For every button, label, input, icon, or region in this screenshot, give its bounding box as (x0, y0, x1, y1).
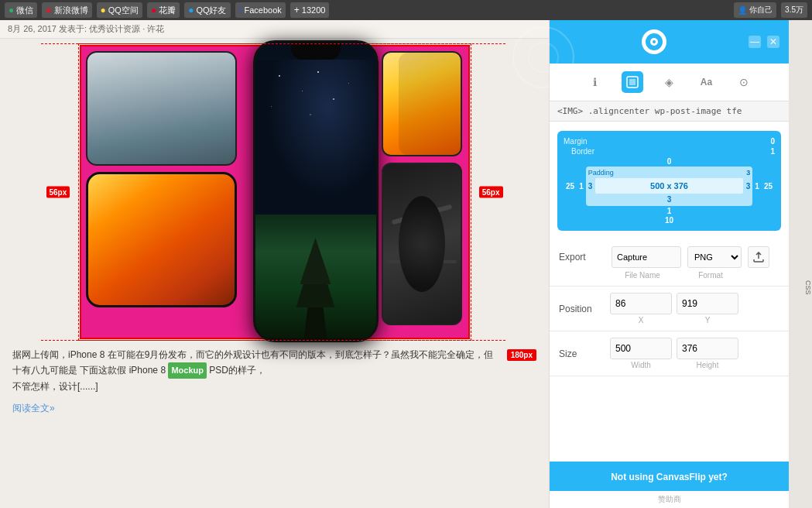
toolbar-qq-friends-label: QQ好友 (196, 5, 226, 16)
panel-cta[interactable]: Not using CanvasFlip yet? (550, 462, 789, 491)
right-edge-css: CSS (804, 280, 812, 295)
panel-logo (642, 29, 666, 54)
phone-bottom-right (382, 163, 462, 325)
y-label: Y (705, 316, 711, 324)
format-sub-label: Format (680, 271, 742, 280)
toolbar-wechat[interactable]: ● 微信 (5, 2, 37, 18)
toolbar-user[interactable]: 👤 你自己 (734, 2, 776, 18)
panel-tabs: ℹ ◈ Aa ⊙ (550, 64, 789, 101)
user-icon: 👤 (738, 6, 747, 15)
tab-text[interactable]: Aa (696, 71, 718, 93)
export-sub-labels: File Name Format (612, 271, 779, 280)
dim-label-right: 56px (479, 187, 503, 198)
phone-screen-stars (255, 60, 376, 215)
article-area: 56px 56px 据网上传闻，iPhone 8 在可能在9月份发布，而它的外观… (0, 39, 549, 431)
size-height-field: Height (677, 338, 738, 369)
selected-image[interactable]: 56px 56px (80, 45, 470, 339)
export-upload-button[interactable] (748, 246, 769, 268)
filename-sub-label: File Name (612, 271, 673, 280)
toolbar-huaban[interactable]: ● 花瓣 (147, 2, 180, 18)
plus-icon: + (294, 5, 300, 15)
toolbar-qq-space-label: QQ空间 (108, 5, 139, 16)
right-edge-sidebar: CSS W 页面 应用 摄 (789, 20, 812, 508)
panel-controls: — ✕ (749, 36, 779, 48)
article-text-line4: 不管怎样，设计[......] (12, 381, 98, 392)
phone-grid (81, 46, 468, 338)
size-width-field: Width (610, 338, 672, 369)
position-label: Position (559, 304, 605, 314)
qq-space-icon: ● (101, 5, 106, 15)
article-text-col2: 下面这款假 iPhone 8 (80, 365, 166, 376)
mockup-badge: Mockup (168, 362, 207, 379)
position-y-input[interactable] (677, 293, 738, 314)
px-badge: 180px (507, 349, 536, 361)
element-info: <IMG> .aligncenter wp-post-image tfe (550, 101, 789, 122)
phone-bottom-left (86, 172, 237, 307)
size-row: Size Width Height (559, 338, 779, 369)
wechat-icon: ● (9, 5, 14, 15)
close-button[interactable]: ✕ (767, 36, 779, 48)
toolbar-count[interactable]: + 13200 (290, 2, 330, 18)
export-section: Export PNG JPG SVG PDF File Name Format (550, 240, 789, 287)
minimize-button[interactable]: — (749, 36, 761, 48)
tab-info[interactable]: ℹ (584, 71, 606, 93)
position-x-field: X (610, 293, 672, 324)
right-padding-3: 3 (746, 182, 751, 190)
text-col-left: 据网上传闻，iPhone 8 在可能在9月份发布，而它的外观设计也有不同的版本，… (12, 347, 496, 417)
web-content: 8月 26, 2017 发表于: 优秀设计资源 · 许花 (0, 20, 549, 508)
canvasflip-panel: — ✕ ℹ ◈ Aa ⊙ <IMG> .aligncenter wp-post- (549, 20, 789, 508)
browser-toolbar: ● 微信 ● 新浪微博 ● QQ空间 ● 花瓣 ● QQ好友 f Faceboo… (0, 0, 812, 20)
facebook-icon: f (239, 5, 242, 15)
toolbar-facebook[interactable]: f Facebook (235, 2, 286, 18)
toolbar-qq-friends[interactable]: ● QQ好友 (184, 2, 230, 18)
left-padding-3: 3 (588, 182, 593, 190)
read-more-link[interactable]: 阅读全文» (12, 400, 496, 416)
phone-center (253, 40, 379, 342)
left-border-1: 1 (577, 182, 586, 190)
export-row: Export PNG JPG SVG PDF (559, 246, 779, 268)
toolbar-fans[interactable]: 3.5万 (781, 2, 807, 18)
size-width-input[interactable] (610, 338, 672, 359)
post-meta-text: 8月 26, 2017 发表于: 优秀设计资源 · 许花 (8, 24, 164, 33)
padding-label: Padding (588, 169, 614, 177)
export-format-select[interactable]: PNG JPG SVG PDF (687, 246, 742, 268)
margin-top-value: 0 (564, 157, 775, 166)
phone-screen-tree (255, 215, 376, 338)
toolbar-wechat-label: 微信 (16, 5, 33, 16)
position-x-input[interactable] (610, 293, 672, 314)
height-label: Height (697, 361, 719, 369)
post-meta: 8月 26, 2017 发表于: 优秀设计资源 · 许花 (0, 20, 549, 39)
panel-header: — ✕ (550, 20, 789, 64)
padding-value: 3 (746, 169, 750, 177)
border-label: Border (571, 147, 594, 156)
article-text-area: 据网上传闻，iPhone 8 在可能在9月份发布，而它的外观设计也有不同的版本，… (6, 339, 543, 424)
phone-top-right (382, 51, 462, 156)
toolbar-weibo-label: 新浪微博 (54, 5, 88, 16)
eye-icon (646, 33, 663, 50)
export-label: Export (559, 252, 605, 263)
phone-top-left (86, 51, 237, 166)
weibo-icon: ● (46, 5, 51, 15)
phone-col-right (380, 46, 462, 338)
export-filename-input[interactable] (612, 246, 681, 268)
article-text-psd: PSD的样子， (209, 365, 266, 376)
padding-bottom: 3 (588, 195, 751, 204)
toolbar-fans-label: 3.5万 (785, 5, 803, 15)
right-border-1: 1 (752, 182, 762, 190)
width-label: Width (631, 361, 651, 369)
position-row: Position X Y (559, 293, 779, 324)
border-value: 1 (770, 147, 775, 156)
position-y-field: Y (677, 293, 738, 324)
right-margin-25: 25 (762, 182, 775, 190)
toolbar-qq-space[interactable]: ● QQ空间 (97, 2, 142, 18)
toolbar-huaban-label: 花瓣 (159, 5, 176, 16)
spacer (550, 376, 789, 462)
tab-select[interactable] (622, 71, 643, 93)
toolbar-weibo[interactable]: ● 新浪微博 (42, 2, 91, 18)
toolbar-facebook-label: Facebook (245, 5, 282, 15)
tab-camera[interactable]: ⊙ (733, 71, 755, 93)
qq-friends-icon: ● (188, 5, 194, 15)
size-height-input[interactable] (677, 338, 738, 359)
tab-droplet[interactable]: ◈ (659, 71, 680, 93)
margin-value: 0 (770, 137, 775, 146)
